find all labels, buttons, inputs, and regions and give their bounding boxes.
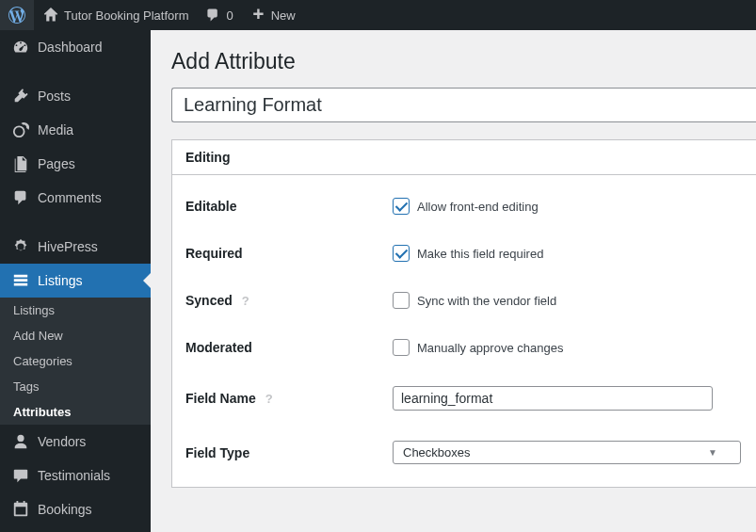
sidebar-item-posts[interactable]: Posts <box>0 79 151 113</box>
sidebar-item-pages[interactable]: Pages <box>0 147 151 181</box>
row-label-fieldtype: Field Type <box>185 445 393 460</box>
chevron-down-icon: ▼ <box>708 447 717 458</box>
field-type-select[interactable]: Checkboxes ▼ <box>393 441 741 464</box>
admin-topbar: Tutor Booking Platform 0 New <box>0 0 756 30</box>
row-field-type: Field Type Checkboxes ▼ <box>185 426 743 479</box>
user-icon <box>11 432 30 451</box>
required-option-label: Make this field required <box>417 247 543 261</box>
synced-checkbox[interactable] <box>393 292 410 309</box>
sidebar-item-label: Testimonials <box>38 468 110 483</box>
row-label-synced: Synced ? <box>185 293 393 308</box>
comments-menu[interactable]: 0 <box>196 0 240 30</box>
row-label-fieldname: Field Name ? <box>185 391 393 406</box>
row-synced: Synced ? Sync with the vendor field <box>185 277 743 324</box>
submenu-item-listings[interactable]: Listings <box>0 298 151 323</box>
sidebar-item-vendors[interactable]: Vendors <box>0 425 151 459</box>
row-label-required: Required <box>185 246 393 261</box>
submenu-item-tags[interactable]: Tags <box>0 374 151 399</box>
sidebar-item-label: Vendors <box>38 434 86 449</box>
row-editable: Editable Allow front-end editing <box>185 183 743 230</box>
page-title: Add Attribute <box>171 49 756 74</box>
sidebar-item-label: Comments <box>38 190 102 205</box>
sidebar-item-dashboard[interactable]: Dashboard <box>0 30 151 64</box>
comments-count: 0 <box>226 8 233 23</box>
sidebar-item-listings[interactable]: Listings <box>0 264 151 298</box>
plus-icon <box>249 6 267 24</box>
wordpress-icon <box>8 6 26 24</box>
sidebar-item-testimonials[interactable]: Testimonials <box>0 459 151 492</box>
comments-icon <box>11 188 30 207</box>
moderated-option-label: Manually approve changes <box>417 341 563 355</box>
sidebar-item-label: HivePress <box>38 239 98 254</box>
help-icon[interactable]: ? <box>238 293 253 308</box>
field-type-value: Checkboxes <box>403 445 471 459</box>
pin-icon <box>11 87 30 105</box>
row-moderated: Moderated Manually approve changes <box>185 324 743 371</box>
attribute-title-input[interactable] <box>171 88 756 122</box>
submenu-item-addnew[interactable]: Add New <box>0 323 151 348</box>
media-icon <box>11 121 30 139</box>
sidebar-item-label: Bookings <box>38 502 92 517</box>
sidebar-item-comments[interactable]: Comments <box>0 181 151 215</box>
sidebar-item-label: Posts <box>38 89 71 104</box>
comment-icon <box>203 6 222 24</box>
submenu-item-attributes[interactable]: Attributes <box>0 399 151 425</box>
sidebar-item-label: Pages <box>38 156 75 171</box>
dashboard-icon <box>11 38 30 56</box>
main-content: Add Attribute Editing Editable Allow fro… <box>151 30 756 532</box>
home-icon <box>41 6 60 24</box>
synced-option-label: Sync with the vendor field <box>417 294 556 308</box>
row-label-moderated: Moderated <box>185 340 393 355</box>
wp-logo-menu[interactable] <box>0 0 34 30</box>
editing-panel: Editing Editable Allow front-end editing… <box>171 139 756 488</box>
gear-icon <box>11 237 30 256</box>
list-icon <box>11 271 30 290</box>
page-icon <box>11 154 30 173</box>
required-checkbox[interactable] <box>393 245 410 262</box>
sidebar-item-label: Media <box>38 122 73 137</box>
new-label: New <box>271 8 296 23</box>
site-name-menu[interactable]: Tutor Booking Platform <box>34 0 196 30</box>
sidebar-item-hivepress[interactable]: HivePress <box>0 230 151 264</box>
sidebar-item-label: Dashboard <box>38 40 103 55</box>
new-content-menu[interactable]: New <box>241 0 303 30</box>
editable-checkbox[interactable] <box>393 198 410 215</box>
sidebar-item-media[interactable]: Media <box>0 113 151 147</box>
submenu-item-categories[interactable]: Categories <box>0 348 151 374</box>
row-field-name: Field Name ? <box>185 371 743 426</box>
help-icon[interactable]: ? <box>262 391 277 406</box>
testimonial-icon <box>11 466 30 485</box>
panel-heading: Editing <box>172 140 756 175</box>
sidebar-item-bookings[interactable]: Bookings <box>0 492 151 526</box>
admin-sidebar: Dashboard Posts Media Pages Comments Hiv… <box>0 30 151 532</box>
row-label-editable: Editable <box>185 199 393 214</box>
moderated-checkbox[interactable] <box>393 339 410 356</box>
sidebar-item-label: Listings <box>38 273 82 288</box>
calendar-icon <box>11 500 30 519</box>
sidebar-submenu: Listings Add New Categories Tags Attribu… <box>0 298 151 425</box>
row-required: Required Make this field required <box>185 230 743 277</box>
site-name-label: Tutor Booking Platform <box>64 8 188 23</box>
editable-option-label: Allow front-end editing <box>417 200 539 214</box>
field-name-input[interactable] <box>393 386 713 411</box>
